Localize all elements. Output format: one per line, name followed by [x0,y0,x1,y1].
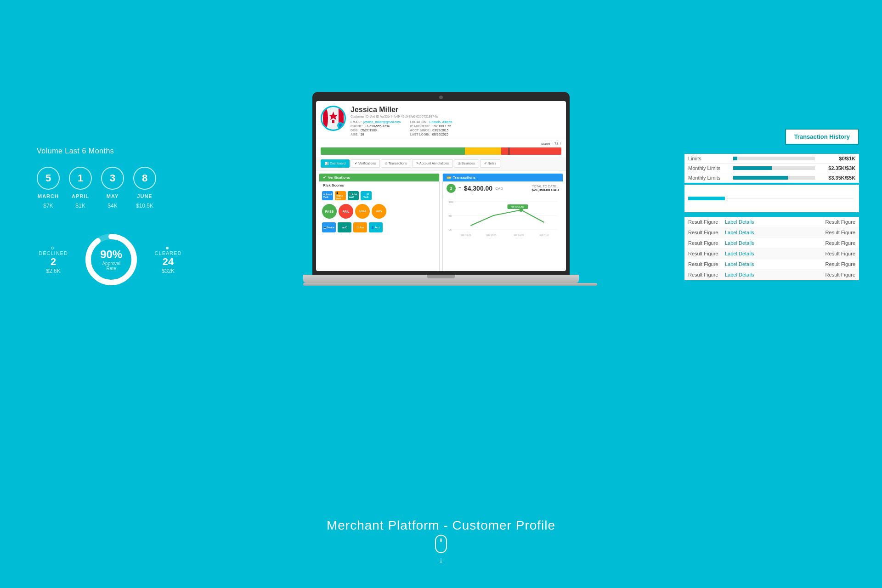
svg-rect-5 [323,108,328,129]
verif-ip: 🌐 IPVerif. [361,191,372,200]
cleared-amount: $32K [153,268,184,274]
transaction-history-button[interactable]: Transaction History [785,129,859,145]
right-chart-separator [688,187,855,210]
vol-month-june: JUNE [137,193,152,199]
limit-bar-fill-1 [733,166,772,170]
acct-since-row: ACCT SINCE: 03/23/2015 [410,129,452,132]
limit-value-0: $0/$1K [819,156,855,161]
email-row: EMAIL: jessica_miller@gmail.com [351,120,401,124]
svg-text:0K: 0K [449,228,452,231]
avatar: 👤 [321,106,346,131]
verif-icon-row: ✉ EmailVerif. 📱 PhoneVerif. 📍 Addr.Verif… [319,189,439,202]
page-title: Merchant Platform - Customer Profile [327,518,555,533]
profile-customer-id: Customer ID: Ant ID Aw53b-7-fb49-42c9-8f… [351,115,561,118]
txn-count-badge: 3 [447,184,456,193]
device-badge: 💻 Device [322,222,336,232]
vol-march: 5 MARCH $7K [37,167,60,209]
svg-text:WK 31-6: WK 31-6 [540,234,549,237]
verif-phone: 📱 PhoneVerif. [335,191,346,200]
declined-amount: $2.6K [37,268,70,274]
limit-label-0: Limits [688,156,729,161]
profile-info: Jessica Miller Customer ID: Ant ID Aw53b… [351,106,561,136]
vol-amount-may: $4K [107,203,117,209]
limit-row-1: Monthly Limits $2.35K/$3K [684,164,859,173]
col-label-0: Label Details [725,219,814,225]
transactions-panel: 💳 Transactions 3 = $4,300.00 CAD TO [442,173,563,271]
data-table: Result Figure Label Details Result Figur… [684,217,859,280]
cleared-info: CLEARED 24 $32K [153,245,184,274]
vol-month-march: MARCH [38,193,59,199]
limit-bar-wrap-1 [733,166,815,170]
txn-total: TOTAL TO DATE... $21,350.00 CAD [531,185,559,192]
svg-text:WK 24-30: WK 24-30 [514,234,524,237]
table-row-2: Result Figure Label Details Result Figur… [684,238,859,249]
tab-balances[interactable]: ◎ Balances [454,159,479,168]
score-label: score = 78 ↑ [321,141,561,146]
txn-currency: CAD [495,187,503,191]
ip-badge: 🌐 IPVerif. [361,191,372,200]
limit-label-1: Monthly Limits [688,165,729,171]
tab-verifications[interactable]: ✔ Verifications [351,159,380,168]
verif-result-10-20: 10/20 [355,204,370,219]
table-row-5: Result Figure Label Details Result Figur… [684,270,859,280]
col-result-3: Result Figure [814,251,855,256]
tab-notes[interactable]: ✐ Notes [480,159,500,168]
verif-result-fail: FAIL [339,204,353,219]
laptop-base [303,275,579,283]
col-figure-4: Result Figure [688,261,725,267]
txn-equals: = [458,186,461,191]
col-result-0: Result Figure [814,219,855,225]
txn-chart-svg: 10K 5K 0K [447,197,559,238]
laptop-foot [303,283,597,286]
approval-section: DECLINED 2 $2.6K 90% Approval Rate [37,232,184,287]
left-panel: Volume Last 6 Months 5 MARCH $7K 1 APRIL… [37,147,184,287]
vol-circle-may: 3 [101,167,124,190]
tab-transactions[interactable]: ⊙ Transactions [381,159,411,168]
laptop-lid: 👤 Jessica Miller Customer ID: Ant ID Aw5… [312,92,570,275]
vol-amount-april: $1K [75,203,85,209]
limit-bar-fill-0 [733,157,737,160]
content-area: ✔ Verifications Risk Scores ✉ EmailVerif… [316,170,566,271]
col-label-3: Label Details [725,251,814,256]
account-badge: 👤 Acct. [369,222,383,232]
right-panel: Transaction History Limits $0/$1K Monthl… [684,129,859,280]
limit-bar-wrap-0 [733,157,815,160]
limit-row-0: Limits $0/$1K [684,154,859,164]
verif-result-circles: PASS FAIL 10/20 8/35 [319,202,439,220]
approval-sub: Approval Rate [97,261,125,271]
profile-name: Jessica Miller [351,106,561,114]
limit-label-2: Monthly Limits [688,175,729,181]
declined-info: DECLINED 2 $2.6K [37,245,70,274]
svg-text:WK 17-23: WK 17-23 [486,234,496,237]
donut-center: 90% Approval Rate [97,248,125,271]
verif-title: Verifications [328,175,350,180]
verif-result-8-35: 8/35 [372,204,386,219]
cleared-label: CLEARED [153,245,184,256]
vol-month-may: MAY [107,193,119,199]
tab-dashboard[interactable]: 📊 Dashboard [321,159,350,168]
col-label-4: Label Details [725,261,814,267]
declined-count: 2 [37,256,70,268]
mouse-scroll-icon: ↓ [435,535,447,565]
svg-text:5K: 5K [449,215,452,217]
vol-june: 8 JUNE $10.5K [133,167,156,209]
id-badge: 🪪 ID [338,222,351,232]
declined-label: DECLINED [37,245,70,256]
verif-address: 📍 Addr.Verif. [348,191,359,200]
svg-text:$2,000.00: $2,000.00 [511,206,524,209]
laptop-camera [439,96,443,99]
dob-row: DOB: 05/27/1989 [351,129,401,132]
vol-circle-april: 1 [69,167,92,190]
mini-chart: 10K 5K 0K [443,195,563,232]
profile-header: 👤 Jessica Miller Customer ID: Ant ID Aw5… [316,101,566,139]
volume-bars: 5 MARCH $7K 1 APRIL $1K 3 MAY $4K 8 JUNE… [37,167,184,209]
table-row-0: Result Figure Label Details Result Figur… [684,217,859,227]
vol-amount-march: $7K [43,203,53,209]
address-badge: 📍 Addr.Verif. [348,191,359,200]
svg-rect-8 [332,120,334,123]
score-yellow-section [465,147,501,155]
phone-row: PHONE: +1-698-555-1234 [351,124,401,128]
last-login-row: LAST LOGIN: 08/26/2015 [410,133,452,136]
txn-amount: $4,300.00 [464,185,492,192]
tab-account-annotations[interactable]: ✎ Account Annotations [412,159,453,168]
